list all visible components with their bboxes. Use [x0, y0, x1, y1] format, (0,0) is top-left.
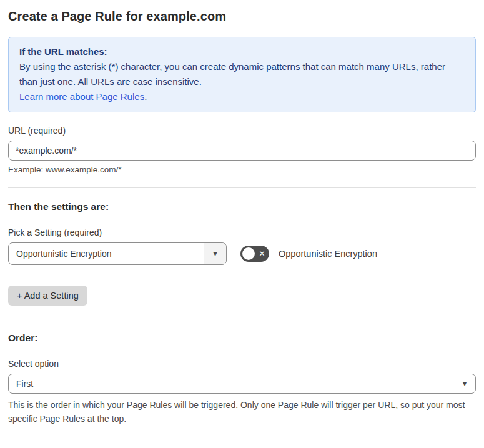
- divider: [8, 319, 476, 319]
- order-select-value: First: [16, 379, 33, 389]
- order-helper-text: This is the order in which your Page Rul…: [8, 398, 470, 426]
- url-match-info-box: If the URL matches: By using the asteris…: [8, 37, 476, 112]
- info-box-body: By using the asterisk (*) character, you…: [19, 59, 465, 89]
- info-box-heading: If the URL matches:: [19, 44, 465, 59]
- toggle-knob: [242, 247, 255, 260]
- order-select-label: Select option: [8, 359, 476, 369]
- url-field-helper: Example: www.example.com/*: [8, 165, 476, 174]
- setting-dropdown[interactable]: Opportunistic Encryption ▾: [8, 242, 227, 265]
- toggle-off-x-icon: ✕: [259, 250, 265, 257]
- opportunistic-encryption-toggle[interactable]: ✕: [240, 246, 269, 262]
- learn-more-link[interactable]: Learn more about Page Rules: [19, 91, 144, 102]
- page-title: Create a Page Rule for example.com: [8, 9, 476, 24]
- setting-dropdown-value: Opportunistic Encryption: [9, 243, 204, 264]
- setting-dropdown-arrow-button[interactable]: ▾: [204, 243, 226, 264]
- info-box-link-line: Learn more about Page Rules.: [19, 89, 465, 104]
- link-suffix: .: [144, 91, 147, 102]
- order-select[interactable]: First ▾: [8, 374, 476, 394]
- divider: [8, 439, 476, 439]
- chevron-down-icon: ▾: [213, 249, 217, 258]
- toggle-label: Opportunistic Encryption: [279, 249, 377, 259]
- add-setting-button[interactable]: + Add a Setting: [8, 286, 87, 306]
- settings-section-heading: Then the settings are:: [8, 201, 476, 212]
- order-section-heading: Order:: [8, 332, 476, 344]
- url-input[interactable]: [8, 141, 476, 161]
- setting-row: Opportunistic Encryption ▾ ✕ Opportunist…: [8, 242, 476, 265]
- divider: [8, 187, 476, 188]
- url-field-label: URL (required): [8, 126, 476, 136]
- setting-picker-label: Pick a Setting (required): [8, 227, 476, 237]
- chevron-down-icon: ▾: [463, 379, 467, 388]
